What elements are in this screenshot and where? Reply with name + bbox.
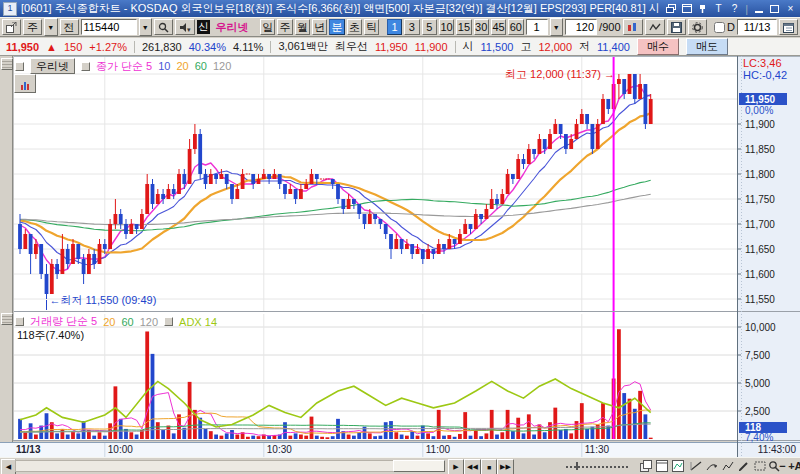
copy-chart-icon[interactable] (638, 459, 653, 473)
sell-button[interactable]: 매도 (686, 38, 728, 55)
bar-total-label: /900 (599, 21, 620, 33)
svg-text:5,000: 5,000 (745, 378, 770, 389)
trendline-tool-icon[interactable] (688, 459, 703, 473)
svg-text:11:43:00: 11:43:00 (758, 444, 797, 455)
stock-search-icon[interactable] (154, 19, 173, 35)
compare-chart-icon[interactable] (623, 19, 643, 35)
minute-15-button[interactable]: 15 (456, 19, 471, 35)
open-price: 11,500 (481, 41, 514, 53)
stock-code-input[interactable] (81, 19, 137, 35)
interval-dropdown-icon[interactable]: ▼ (550, 18, 564, 36)
ratio-percent: 4.11% (233, 41, 263, 53)
interval-input[interactable] (526, 19, 548, 35)
minute-30-button[interactable]: 30 (474, 19, 489, 35)
sound-alert-icon[interactable]: ▾ (175, 19, 195, 35)
legend-vol-ma5: 거래량 단순 5 (30, 314, 97, 329)
indicator-window-icon[interactable] (670, 459, 685, 473)
svg-text:10:00: 10:00 (108, 444, 133, 455)
minimize-icon[interactable] (752, 3, 765, 15)
buy-button[interactable]: 매수 (637, 38, 679, 55)
period-second-button[interactable]: 초 (347, 19, 362, 35)
volume-panel-grip[interactable] (1, 313, 13, 325)
period-year-button[interactable]: 년 (312, 19, 327, 35)
svg-text:11,800: 11,800 (745, 169, 775, 180)
new-window-icon[interactable] (680, 3, 693, 15)
rewind-icon[interactable]: ◀◀ (464, 459, 481, 474)
chart-canvas[interactable]: 최고 12,000 (11:37) →←최저 11,550 (09:49)LC:… (0, 56, 800, 457)
zoom-out-icon[interactable]: − (778, 459, 787, 473)
pin-icon[interactable] (696, 3, 709, 15)
d-checkbox[interactable] (714, 22, 725, 33)
svg-text:2,500: 2,500 (745, 406, 770, 417)
legend-vol-ma60: 60 (121, 316, 133, 328)
chart-symbol-tab[interactable]: 우리넷 (30, 58, 75, 74)
svg-text:7,40%: 7,40% (745, 432, 773, 443)
minute-1-button[interactable]: 1 (387, 19, 402, 35)
close-icon[interactable]: × (784, 3, 797, 15)
scroll-right-icon[interactable]: ▶ (448, 459, 464, 474)
font-size-icon[interactable]: A (794, 459, 800, 473)
restore-window-icon[interactable] (664, 3, 677, 15)
minute-45-button[interactable]: 45 (491, 19, 506, 35)
time-scrollbar-track[interactable] (15, 460, 445, 472)
svg-text:HC:-0,42: HC:-0,42 (743, 69, 787, 81)
time-scrollbar-thumb[interactable] (393, 460, 445, 472)
font-setting-icon[interactable]: T (712, 3, 725, 15)
window-title: [0601] 주식종합차트 - KOSDAQ 외국인보유[18(천)] 주식수[… (21, 1, 660, 16)
d-checkbox-label: D (727, 21, 735, 33)
best-quote-label: 최우선 (335, 39, 368, 54)
minute-5-button[interactable]: 5 (422, 19, 437, 35)
fast-forward-icon[interactable]: ▶▶ (497, 459, 514, 474)
period-month-button[interactable]: 월 (295, 19, 310, 35)
pencil-tool-icon[interactable] (736, 459, 751, 473)
chart-style-icon[interactable] (14, 74, 36, 93)
help-icon[interactable]: ? (728, 3, 741, 15)
legend-bullet-icon (15, 317, 24, 326)
capture-icon[interactable] (752, 459, 767, 473)
legend-bullet-icon (81, 62, 90, 71)
svg-text:11,700: 11,700 (745, 219, 775, 230)
low-label: 저 (579, 39, 590, 54)
minute-10-button[interactable]: 10 (439, 19, 454, 35)
svg-text:10:30: 10:30 (267, 444, 292, 455)
prev-stock-button[interactable]: 전 (60, 19, 79, 35)
period-tick-button[interactable]: 틱 (364, 19, 379, 35)
legend-bullet-icon (164, 317, 173, 326)
scroll-left-icon[interactable]: ◀ (1, 459, 16, 474)
change-percent: +1.27% (89, 41, 127, 53)
bar-width-slider[interactable] (566, 466, 628, 468)
low-price: 11,400 (597, 41, 630, 53)
wave-chart-icon[interactable] (645, 19, 665, 35)
arrow-trend-tool-icon[interactable] (704, 459, 719, 473)
stop-icon[interactable]: ■ (481, 459, 497, 474)
period-type-select[interactable]: 주 (23, 19, 42, 35)
period-minute-button[interactable]: 분 (329, 19, 344, 35)
svg-text:11,950: 11,950 (745, 94, 775, 105)
date-input[interactable] (737, 19, 777, 35)
period-day-button[interactable]: 일 (260, 19, 275, 35)
panel-splitter[interactable] (0, 56, 13, 442)
svg-text:10,000: 10,000 (745, 322, 776, 333)
calendar-icon[interactable] (779, 19, 798, 35)
legend-bullet-icon (15, 62, 24, 71)
code-dropdown-icon[interactable]: ▼ (139, 18, 153, 36)
period-type-dropdown-icon[interactable]: ▼ (44, 18, 58, 36)
stock-name-label: 우리넷 (212, 20, 253, 35)
svg-text:11:00: 11:00 (426, 444, 451, 455)
price-panel-grip[interactable] (1, 58, 13, 70)
high-label: 고 (520, 39, 531, 54)
svg-text:0,00%: 0,00% (745, 105, 773, 116)
minute-60-button[interactable]: 60 (508, 19, 523, 35)
bar-count-input[interactable] (565, 19, 597, 35)
legend-vol-ma20: 20 (103, 316, 115, 328)
link-icon[interactable] (2, 19, 21, 35)
best-ask: 11,900 (415, 41, 448, 53)
minute-3-button[interactable]: 3 (404, 19, 419, 35)
wave-trend-tool-icon[interactable] (720, 459, 735, 473)
cascade-windows-icon[interactable] (654, 459, 669, 473)
window-titlebar[interactable]: 1 [0601] 주식종합차트 - KOSDAQ 외국인보유[18(천)] 주식… (0, 0, 800, 17)
maximize-icon[interactable] (768, 3, 781, 15)
period-week-button[interactable]: 주 (277, 19, 292, 35)
save-icon[interactable] (667, 19, 686, 35)
gear-icon[interactable] (688, 19, 707, 35)
